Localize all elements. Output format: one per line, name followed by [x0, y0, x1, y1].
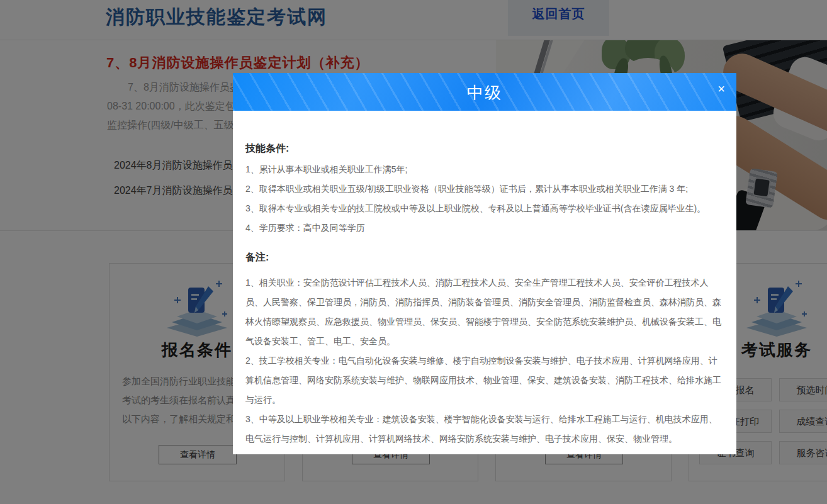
remark-vocational-school-majors: 3、中等及以上职业学校相关专业：建筑设备安装、楼宇智能化设备安装与运行、给排水工…: [245, 410, 724, 449]
skill-condition-item: 3、取得本专业或相关专业的技工院校或中等及以上职业院校、专科及以上普通高等学校毕…: [245, 203, 724, 214]
skill-condition-item: 4、学历要求：高中及同等学历: [245, 223, 724, 233]
remark-related-occupations: 1、相关职业：安全防范设计评估工程技术人员、消防工程技术人员、安全生产管理工程技…: [245, 273, 724, 351]
remark-technical-school-majors: 2、技工学校相关专业：电气自动化设备安装与维修、楼宇自动控制设备安装与维护、电子…: [245, 351, 724, 410]
remarks-heading: 备注:: [245, 251, 724, 264]
level-info-modal: 中级 × 技能条件: 1、累计从事本职业或相关职业工作满5年; 2、取得本职业或…: [233, 73, 736, 454]
modal-body: 技能条件: 1、累计从事本职业或相关职业工作满5年; 2、取得本职业或相关职业五…: [233, 111, 736, 449]
skill-condition-item: 2、取得本职业或相关职业五级/初级工职业资格（职业技能等级）证书后，累计从事本职…: [245, 184, 724, 194]
page: 消防职业技能鉴定考试网 返回首页 7、8月消防设施操作员鉴定计划（补充） 7、8…: [0, 0, 827, 504]
skill-conditions-heading: 技能条件:: [245, 142, 724, 155]
skill-condition-item: 1、累计从事本职业或相关职业工作满5年;: [245, 164, 724, 175]
close-icon[interactable]: ×: [717, 82, 725, 95]
modal-header: 中级 ×: [233, 73, 736, 111]
modal-title: 中级: [233, 82, 736, 104]
